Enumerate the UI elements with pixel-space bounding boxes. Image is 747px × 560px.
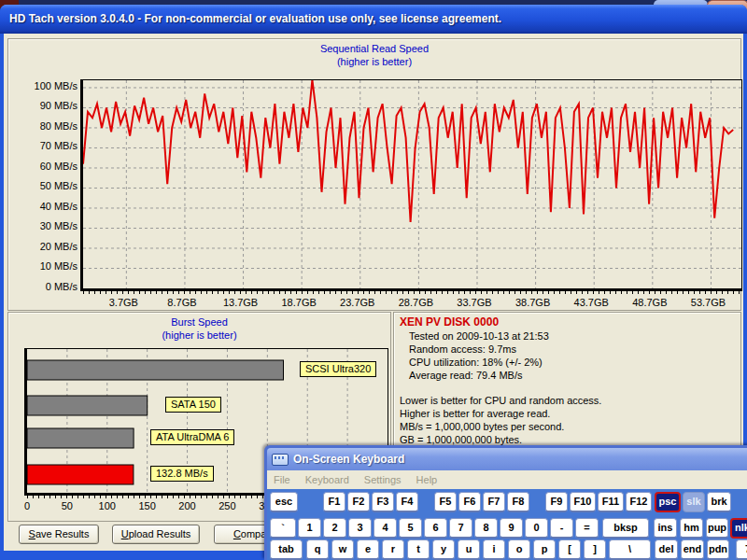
y-tick-label: 70 MB/s — [10, 140, 78, 151]
osk-titlebar[interactable]: On-Screen Keyboard — [267, 448, 747, 470]
x-tick-label: 38.7GB — [507, 297, 559, 308]
key-ins[interactable]: ins — [654, 518, 677, 539]
osk-title: On-Screen Keyboard — [293, 453, 404, 466]
key-t[interactable]: t — [407, 539, 430, 560]
key-9[interactable]: 9 — [500, 518, 523, 539]
key-5[interactable]: 5 — [399, 518, 422, 539]
bar-value-label: 132.8 MB/s — [150, 466, 214, 482]
key-F9[interactable]: F9 — [545, 492, 568, 512]
key-2[interactable]: 2 — [323, 518, 346, 539]
burst-chart-title: Burst Speed — [8, 315, 390, 329]
note-line: MB/s = 1,000,000 bytes per second. — [400, 420, 735, 433]
key-6[interactable]: 6 — [424, 518, 447, 539]
key-brk[interactable]: brk — [707, 492, 731, 512]
keyboard-icon — [272, 454, 289, 466]
key-y[interactable]: y — [432, 539, 455, 560]
x-tick-label: 33.7GB — [448, 297, 500, 308]
random-access-line: Random access: 9.7ms — [400, 343, 735, 356]
y-tick-label: 50 MB/s — [10, 180, 78, 191]
tested-on-line: Tested on 2009-10-13 at 21:53 — [400, 329, 735, 343]
x-tick-label: 23.7GB — [331, 297, 384, 308]
x-tick-label: 8.7GB — [156, 297, 208, 308]
key-q[interactable]: q — [306, 539, 329, 560]
key-w[interactable]: w — [331, 539, 354, 560]
key-o[interactable]: o — [508, 539, 530, 560]
key-1[interactable]: 1 — [298, 518, 321, 539]
key-F6[interactable]: F6 — [458, 492, 481, 512]
key-3[interactable]: 3 — [348, 518, 372, 539]
key-esc[interactable]: esc — [270, 492, 298, 512]
osk-menu-settings[interactable]: Settings — [364, 474, 402, 485]
sequential-chart-subtitle: (higher is better) — [8, 55, 740, 68]
key-F3[interactable]: F3 — [372, 492, 394, 512]
key-0[interactable]: 0 — [525, 518, 548, 539]
key-\[interactable]: \ — [609, 539, 651, 560]
key-F10[interactable]: F10 — [570, 492, 596, 512]
x-tick-label: 28.7GB — [389, 297, 442, 308]
key-bksp[interactable]: bksp — [602, 518, 649, 539]
x-tick-label: 13.7GB — [215, 297, 267, 308]
note-line: Higher is better for average read. — [400, 407, 735, 420]
save-results-label: Save Results — [20, 525, 98, 543]
key-F7[interactable]: F7 — [483, 492, 505, 512]
key-p[interactable]: p — [533, 539, 556, 560]
y-tick-label: 20 MB/s — [10, 241, 78, 252]
key-`[interactable]: ` — [270, 518, 296, 539]
osk-menu-keyboard[interactable]: Keyboard — [305, 474, 349, 485]
key-F2[interactable]: F2 — [347, 492, 370, 512]
key--[interactable]: - — [550, 518, 573, 539]
key-r[interactable]: r — [382, 539, 404, 560]
key-pdn[interactable]: pdn — [707, 539, 729, 560]
sequential-line-chart — [83, 80, 741, 288]
key-del[interactable]: del — [655, 539, 678, 560]
sequential-chart-title: Sequential Read Speed — [8, 42, 740, 55]
x-tick-label: 18.7GB — [273, 297, 325, 308]
key-e[interactable]: e — [357, 539, 379, 560]
y-tick-label: 90 MB/s — [10, 100, 78, 111]
sequential-plot-area — [80, 79, 742, 291]
disk-name: XEN PV DISK 0000 — [400, 315, 735, 329]
key-end[interactable]: end — [681, 539, 704, 560]
key-nlk[interactable]: nlk — [730, 518, 747, 539]
key-F1[interactable]: F1 — [323, 492, 345, 512]
save-results-button[interactable]: Save Results — [19, 525, 99, 544]
osk-key-area: escF1F2F3F4F5F6F7F8F9F10F11F12pscslkbrk`… — [267, 489, 747, 560]
key-hm[interactable]: hm — [680, 518, 703, 539]
y-tick-label: 40 MB/s — [10, 201, 78, 212]
key-F5[interactable]: F5 — [434, 492, 457, 512]
x-tick-label: 43.7GB — [565, 297, 617, 308]
x-tick-label: 150 — [136, 500, 159, 511]
y-tick-label: 60 MB/s — [10, 161, 78, 172]
bar-value-label: SATA 150 — [165, 397, 221, 413]
osk-menu-help[interactable]: Help — [416, 474, 438, 485]
key-4[interactable]: 4 — [374, 518, 397, 539]
key-7[interactable]: 7 — [736, 539, 747, 560]
x-tick-label: 53.7GB — [682, 297, 734, 308]
key-F8[interactable]: F8 — [507, 492, 529, 512]
key-F12[interactable]: F12 — [626, 492, 652, 512]
sequential-read-panel: Sequential Read Speed (higher is better)… — [7, 38, 741, 311]
key-=[interactable]: = — [575, 518, 599, 539]
key-F11[interactable]: F11 — [598, 492, 624, 512]
bar-value-label: SCSI Ultra320 — [300, 361, 376, 377]
note-line: GB = 1,000,000,000 bytes. — [400, 433, 735, 446]
cpu-utilization-line: CPU utilization: 18% (+/- 2%) — [400, 356, 735, 369]
key-pup[interactable]: pup — [706, 518, 728, 539]
x-tick-label: 100 — [96, 500, 119, 511]
key-slk[interactable]: slk — [683, 492, 705, 512]
hdtach-titlebar[interactable]: HD Tach version 3.0.4.0 - For non-commer… — [0, 5, 747, 34]
x-tick-label: 48.7GB — [624, 297, 676, 308]
key-i[interactable]: i — [483, 539, 505, 560]
key-tab[interactable]: tab — [270, 539, 303, 560]
key-psc[interactable]: psc — [655, 492, 681, 512]
key-[[interactable]: [ — [558, 539, 581, 560]
upload-results-button[interactable]: Upload Results — [112, 525, 200, 544]
key-7[interactable]: 7 — [449, 518, 472, 539]
y-tick-label: 80 MB/s — [10, 120, 78, 132]
key-u[interactable]: u — [458, 539, 480, 560]
key-8[interactable]: 8 — [474, 518, 498, 539]
key-F4[interactable]: F4 — [396, 492, 418, 512]
key-][interactable]: ] — [584, 539, 606, 560]
y-tick-label: 30 MB/s — [10, 220, 78, 231]
osk-menu-file[interactable]: File — [274, 474, 290, 485]
